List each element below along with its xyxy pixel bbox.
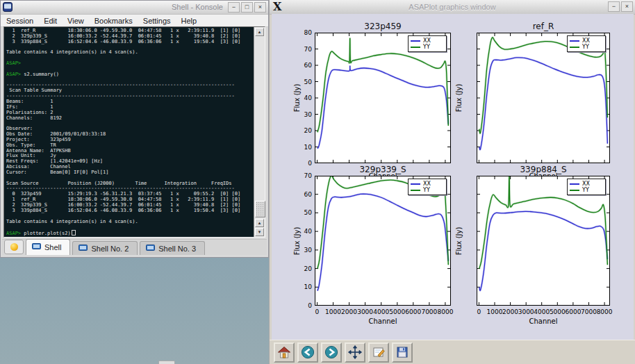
home-button[interactable] — [274, 342, 295, 363]
taskbar-fragment — [158, 361, 175, 364]
legend-line-sample — [411, 47, 420, 48]
legend: XXYY — [408, 35, 447, 52]
plot-toolbar — [270, 340, 635, 364]
y-tick-label: 80 — [297, 29, 312, 36]
menu-help[interactable]: Help — [181, 17, 197, 25]
menu-edit[interactable]: Edit — [44, 17, 57, 25]
plot-area — [315, 176, 451, 306]
tab-shell[interactable]: Shell — [26, 239, 70, 255]
y-axis-label: Flux (Jy) — [293, 84, 301, 113]
y-tick-label: 70 — [297, 172, 312, 179]
y-tick-label: 20 — [297, 127, 312, 134]
scroll-up-icon[interactable]: ▲ — [255, 28, 264, 36]
y-tick-label: 50 — [297, 209, 312, 216]
terminal-tab-icon — [79, 245, 88, 253]
pan-icon — [348, 345, 362, 359]
terminal-tab-icon — [32, 243, 41, 251]
legend-entry: YY — [570, 187, 603, 193]
new-session-icon — [10, 243, 18, 251]
menu-settings[interactable]: Settings — [143, 17, 171, 25]
legend: XXYY — [567, 35, 606, 52]
legend: XXYY — [408, 179, 447, 195]
y-tick-label: 60 — [297, 62, 312, 69]
plot-area — [315, 33, 451, 163]
y-tick-label: 10 — [297, 144, 312, 151]
scrollbar-thumb[interactable] — [255, 201, 265, 217]
close-button[interactable]: × — [621, 1, 633, 12]
legend-entry: XX — [570, 181, 603, 187]
subplots-config-button[interactable] — [368, 342, 389, 363]
forward-arrow-icon — [324, 345, 338, 359]
konsole-titlebar[interactable]: Shell - Konsole − □ × — [1, 1, 268, 15]
konsole-window-controls: − □ × — [228, 2, 266, 13]
terminal-scrollbar[interactable]: ▲ ▲ ▼ — [254, 27, 265, 237]
x-tick-label: 8000 — [436, 308, 455, 315]
menu-session[interactable]: Session — [6, 17, 33, 25]
scroll-up-icon-bottom[interactable]: ▲ — [255, 219, 264, 227]
asaplot-window-controls: − × — [608, 1, 633, 12]
konsole-tabbar: Shell Shell No. 2 Shell No. 3 — [2, 239, 267, 255]
konsole-window-title: Shell - Konsole — [172, 3, 223, 11]
legend-entry: XX — [411, 38, 444, 44]
terminal-text[interactable]: 1 ref_R 18:30:06.0 -49.59.30.0 04:47:58 … — [6, 28, 240, 237]
y-tick-label: 10 — [297, 283, 312, 290]
y-axis-label: Flux (Jy) — [455, 84, 463, 113]
konsole-icon — [3, 2, 13, 12]
minimize-button[interactable]: − — [228, 2, 240, 13]
minimize-button[interactable]: − — [608, 1, 620, 12]
terminal[interactable]: 1 ref_R 18:30:06.0 -49.59.30.0 04:47:58 … — [3, 26, 265, 238]
asaplot-window-title: ASAPlot graphics window — [270, 3, 635, 11]
legend-line-sample — [570, 190, 579, 191]
save-floppy-icon — [395, 345, 409, 359]
asaplot-window: X ASAPlot graphics window − × 323p459010… — [269, 0, 635, 364]
legend-entry: YY — [570, 44, 603, 50]
legend-label: YY — [423, 44, 430, 50]
tab-label: Shell No. 2 — [91, 245, 129, 253]
asaplot-titlebar[interactable]: X ASAPlot graphics window − × — [270, 0, 635, 15]
panel-title: 339p884_S — [520, 165, 566, 174]
legend-label: XX — [582, 181, 590, 187]
tab-shell-3[interactable]: Shell No. 3 — [140, 241, 205, 255]
tab-shell-2[interactable]: Shell No. 2 — [72, 241, 138, 255]
terminal-tab-icon — [146, 245, 155, 253]
maximize-button[interactable]: □ — [241, 2, 253, 13]
y-axis-label: Flux (Jy) — [293, 226, 301, 255]
plot-area — [477, 176, 610, 306]
y-axis-label: Flux (Jy) — [455, 226, 463, 255]
close-button[interactable]: × — [254, 2, 266, 13]
y-tick-label: 70 — [297, 46, 312, 53]
legend-label: XX — [423, 38, 431, 44]
legend-line-sample — [570, 47, 579, 48]
x-tick-label: 8000 — [595, 308, 614, 315]
legend-label: XX — [423, 181, 431, 187]
konsole-menubar: Session Edit View Bookmarks Settings Hel… — [1, 15, 268, 27]
legend-line-sample — [570, 40, 579, 42]
y-tick-label: 60 — [297, 191, 312, 198]
panel-title: 329p339_S — [359, 165, 406, 174]
forward-button[interactable] — [321, 342, 342, 363]
panel-title: 323p459 — [364, 22, 401, 31]
legend-label: YY — [582, 44, 589, 50]
x-axis-label: Channel — [368, 317, 397, 325]
tab-label: Shell — [44, 243, 61, 251]
legend-label: YY — [423, 187, 430, 193]
plot-area — [477, 33, 610, 163]
home-icon — [277, 345, 291, 359]
legend-line-sample — [570, 183, 579, 185]
y-tick-label: 0 — [297, 160, 312, 167]
legend-line-sample — [411, 40, 420, 42]
back-button[interactable] — [297, 342, 318, 363]
menu-bookmarks[interactable]: Bookmarks — [94, 17, 133, 25]
pan-button[interactable] — [345, 342, 365, 363]
konsole-window: Shell - Konsole − □ × Session Edit View … — [0, 0, 269, 258]
legend-entry: YY — [411, 44, 444, 50]
panel-title: ref_R — [533, 22, 554, 31]
y-tick-label: 20 — [297, 265, 312, 272]
scroll-down-icon[interactable]: ▼ — [255, 228, 264, 236]
back-arrow-icon — [301, 345, 315, 359]
plot-canvas: 323p45901020304050607080Flux (Jy)Channel… — [272, 14, 634, 340]
save-button[interactable] — [392, 342, 413, 363]
legend-entry: XX — [570, 38, 603, 44]
menu-view[interactable]: View — [67, 17, 84, 25]
new-session-button[interactable] — [4, 240, 24, 254]
